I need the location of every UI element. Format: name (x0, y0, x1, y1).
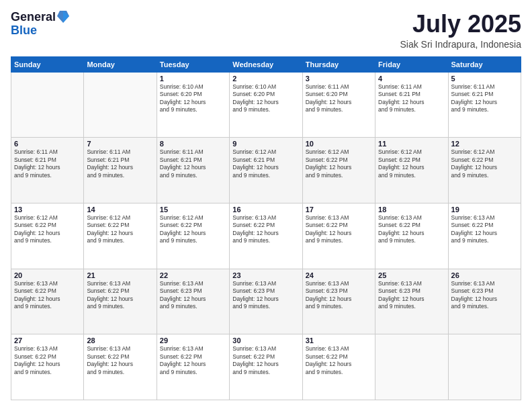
header: General Blue July 2025 Siak Sri Indrapur… (11, 11, 521, 50)
logo-icon (57, 9, 69, 24)
table-row: 13Sunrise: 6:12 AMSunset: 6:22 PMDayligh… (11, 203, 84, 269)
cell-info: Sunrise: 6:11 AMSunset: 6:21 PMDaylight:… (87, 148, 153, 179)
table-row: 17Sunrise: 6:13 AMSunset: 6:22 PMDayligh… (302, 203, 375, 269)
col-monday: Monday (84, 56, 157, 72)
col-tuesday: Tuesday (157, 56, 229, 72)
location: Siak Sri Indrapura, Indonesia (400, 39, 521, 50)
month-year: July 2025 (400, 11, 521, 38)
day-number: 25 (378, 271, 445, 279)
day-number: 26 (451, 271, 518, 279)
day-number: 29 (160, 336, 226, 345)
day-number: 23 (232, 271, 299, 279)
day-number: 24 (306, 271, 372, 279)
cell-info: Sunrise: 6:13 AMSunset: 6:22 PMDaylight:… (160, 345, 226, 376)
day-number: 31 (306, 336, 372, 345)
logo: General Blue (11, 11, 69, 38)
day-number: 20 (14, 271, 81, 279)
table-row: 26Sunrise: 6:13 AMSunset: 6:23 PMDayligh… (448, 269, 521, 334)
table-row: 22Sunrise: 6:13 AMSunset: 6:23 PMDayligh… (157, 269, 229, 334)
table-row: 28Sunrise: 6:13 AMSunset: 6:22 PMDayligh… (84, 334, 157, 400)
logo-blue-text: Blue (11, 24, 56, 38)
day-number: 6 (14, 140, 81, 148)
table-row: 9Sunrise: 6:12 AMSunset: 6:21 PMDaylight… (230, 138, 302, 203)
day-number: 30 (232, 336, 299, 345)
table-row: 31Sunrise: 6:13 AMSunset: 6:22 PMDayligh… (302, 334, 375, 400)
day-number: 2 (232, 75, 299, 83)
table-row: 6Sunrise: 6:11 AMSunset: 6:21 PMDaylight… (11, 138, 84, 203)
cell-info: Sunrise: 6:13 AMSunset: 6:22 PMDaylight:… (306, 345, 372, 376)
col-thursday: Thursday (302, 56, 375, 72)
day-number: 4 (378, 75, 445, 83)
calendar-header-row: Sunday Monday Tuesday Wednesday Thursday… (11, 56, 521, 72)
cell-info: Sunrise: 6:11 AMSunset: 6:21 PMDaylight:… (14, 148, 81, 179)
cell-info: Sunrise: 6:13 AMSunset: 6:22 PMDaylight:… (451, 214, 518, 245)
day-number: 10 (306, 140, 372, 148)
cell-info: Sunrise: 6:13 AMSunset: 6:23 PMDaylight:… (451, 280, 518, 311)
table-row: 30Sunrise: 6:13 AMSunset: 6:22 PMDayligh… (230, 334, 302, 400)
col-saturday: Saturday (448, 56, 521, 72)
calendar-table: Sunday Monday Tuesday Wednesday Thursday… (11, 56, 521, 400)
day-number: 18 (378, 205, 445, 214)
cell-info: Sunrise: 6:10 AMSunset: 6:20 PMDaylight:… (232, 83, 299, 114)
cell-info: Sunrise: 6:13 AMSunset: 6:23 PMDaylight:… (306, 280, 372, 311)
col-friday: Friday (375, 56, 448, 72)
day-number: 3 (306, 75, 372, 83)
table-row: 15Sunrise: 6:12 AMSunset: 6:22 PMDayligh… (157, 203, 229, 269)
day-number: 22 (160, 271, 226, 279)
day-number: 17 (306, 205, 372, 214)
table-row (11, 72, 84, 138)
table-row: 14Sunrise: 6:12 AMSunset: 6:22 PMDayligh… (84, 203, 157, 269)
cell-info: Sunrise: 6:13 AMSunset: 6:22 PMDaylight:… (232, 214, 299, 245)
day-number: 16 (232, 205, 299, 214)
day-number: 1 (160, 75, 226, 83)
cell-info: Sunrise: 6:13 AMSunset: 6:22 PMDaylight:… (232, 345, 299, 376)
cell-info: Sunrise: 6:11 AMSunset: 6:21 PMDaylight:… (378, 83, 445, 114)
day-number: 27 (14, 336, 81, 345)
cell-info: Sunrise: 6:13 AMSunset: 6:22 PMDaylight:… (14, 280, 81, 311)
table-row: 18Sunrise: 6:13 AMSunset: 6:22 PMDayligh… (375, 203, 448, 269)
table-row: 21Sunrise: 6:13 AMSunset: 6:22 PMDayligh… (84, 269, 157, 334)
table-row: 5Sunrise: 6:11 AMSunset: 6:21 PMDaylight… (448, 72, 521, 138)
cell-info: Sunrise: 6:11 AMSunset: 6:20 PMDaylight:… (306, 83, 372, 114)
calendar-week-row: 27Sunrise: 6:13 AMSunset: 6:22 PMDayligh… (11, 334, 521, 400)
table-row (448, 334, 521, 400)
day-number: 9 (232, 140, 299, 148)
day-number: 8 (160, 140, 226, 148)
cell-info: Sunrise: 6:12 AMSunset: 6:22 PMDaylight:… (160, 214, 226, 245)
calendar-week-row: 1Sunrise: 6:10 AMSunset: 6:20 PMDaylight… (11, 72, 521, 138)
day-number: 28 (87, 336, 153, 345)
cell-info: Sunrise: 6:13 AMSunset: 6:23 PMDaylight:… (160, 280, 226, 311)
day-number: 19 (451, 205, 518, 214)
table-row: 16Sunrise: 6:13 AMSunset: 6:22 PMDayligh… (230, 203, 302, 269)
calendar-week-row: 20Sunrise: 6:13 AMSunset: 6:22 PMDayligh… (11, 269, 521, 334)
table-row: 29Sunrise: 6:13 AMSunset: 6:22 PMDayligh… (157, 334, 229, 400)
table-row (375, 334, 448, 400)
day-number: 15 (160, 205, 226, 214)
day-number: 13 (14, 205, 81, 214)
day-number: 12 (451, 140, 518, 148)
table-row: 10Sunrise: 6:12 AMSunset: 6:22 PMDayligh… (302, 138, 375, 203)
cell-info: Sunrise: 6:12 AMSunset: 6:22 PMDaylight:… (14, 214, 81, 245)
day-number: 21 (87, 271, 153, 279)
cell-info: Sunrise: 6:13 AMSunset: 6:23 PMDaylight:… (378, 280, 445, 311)
day-number: 11 (378, 140, 445, 148)
cell-info: Sunrise: 6:12 AMSunset: 6:22 PMDaylight:… (378, 148, 445, 179)
col-sunday: Sunday (11, 56, 84, 72)
col-wednesday: Wednesday (230, 56, 302, 72)
cell-info: Sunrise: 6:13 AMSunset: 6:22 PMDaylight:… (306, 214, 372, 245)
table-row: 23Sunrise: 6:13 AMSunset: 6:23 PMDayligh… (230, 269, 302, 334)
table-row: 12Sunrise: 6:12 AMSunset: 6:22 PMDayligh… (448, 138, 521, 203)
calendar-week-row: 13Sunrise: 6:12 AMSunset: 6:22 PMDayligh… (11, 203, 521, 269)
cell-info: Sunrise: 6:13 AMSunset: 6:22 PMDaylight:… (87, 345, 153, 376)
day-number: 7 (87, 140, 153, 148)
table-row: 27Sunrise: 6:13 AMSunset: 6:22 PMDayligh… (11, 334, 84, 400)
cell-info: Sunrise: 6:13 AMSunset: 6:22 PMDaylight:… (14, 345, 81, 376)
table-row: 19Sunrise: 6:13 AMSunset: 6:22 PMDayligh… (448, 203, 521, 269)
logo-general-text: General (11, 11, 56, 24)
table-row: 1Sunrise: 6:10 AMSunset: 6:20 PMDaylight… (157, 72, 229, 138)
cell-info: Sunrise: 6:13 AMSunset: 6:22 PMDaylight:… (378, 214, 445, 245)
day-number: 14 (87, 205, 153, 214)
cell-info: Sunrise: 6:11 AMSunset: 6:21 PMDaylight:… (451, 83, 518, 114)
cell-info: Sunrise: 6:13 AMSunset: 6:22 PMDaylight:… (87, 280, 153, 311)
page: General Blue July 2025 Siak Sri Indrapur… (0, 0, 532, 411)
